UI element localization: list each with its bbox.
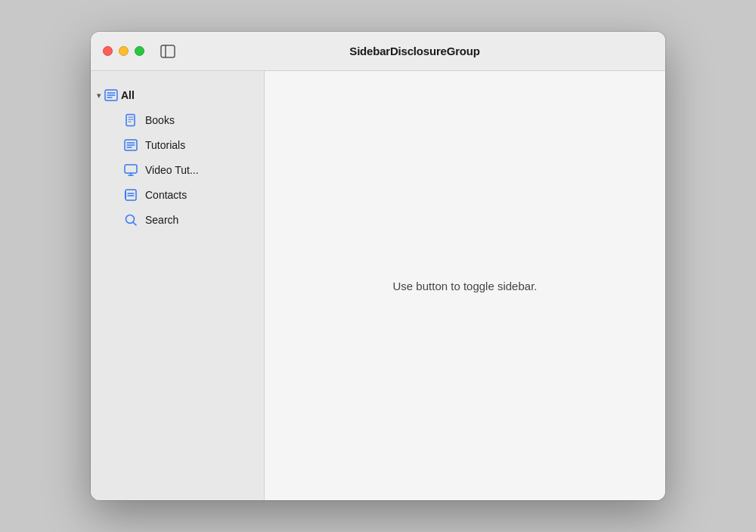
sidebar-sub-items: Books Tutorials (103, 108, 264, 232)
sidebar-item-contacts[interactable]: Contacts (109, 183, 258, 207)
sidebar-item-tutorials-label: Tutorials (145, 139, 185, 151)
sidebar-item-books[interactable]: Books (109, 108, 258, 132)
sidebar-item-search-label: Search (145, 214, 178, 226)
main-message: Use button to toggle sidebar. (393, 280, 538, 292)
maximize-button[interactable] (135, 46, 144, 56)
sidebar-toggle-button[interactable] (160, 43, 176, 60)
monitor-icon (124, 163, 138, 177)
sidebar-item-books-label: Books (145, 114, 175, 126)
sidebar-item-contacts-label: Contacts (145, 189, 187, 201)
sidebar: ▾ All (91, 71, 265, 500)
search-icon (124, 213, 138, 227)
sidebar-item-tutorials[interactable]: Tutorials (109, 133, 258, 157)
sidebar-all-label: All (121, 89, 135, 101)
close-button[interactable] (103, 46, 113, 56)
sidebar-item-search[interactable]: Search (109, 208, 258, 232)
svg-point-21 (126, 215, 135, 224)
traffic-lights (103, 46, 144, 56)
sidebar-item-video-tutorials[interactable]: Video Tut... (109, 158, 258, 182)
book-icon (124, 113, 138, 127)
svg-rect-0 (161, 45, 175, 57)
app-window: SidebarDisclosureGroup ▾ All (91, 32, 665, 500)
window-title: SidebarDisclosureGroup (349, 45, 479, 57)
svg-rect-14 (125, 165, 137, 173)
content-area: ▾ All (91, 71, 665, 500)
titlebar: SidebarDisclosureGroup (91, 32, 665, 71)
svg-rect-6 (126, 115, 135, 126)
sidebar-item-video-tutorials-label: Video Tut... (145, 164, 199, 176)
tutorials-icon (124, 138, 138, 152)
all-list-icon (104, 88, 118, 102)
title-area: SidebarDisclosureGroup (176, 45, 653, 57)
minimize-button[interactable] (119, 46, 129, 56)
sidebar-section-all[interactable]: ▾ All (97, 83, 258, 107)
chevron-down-icon: ▾ (97, 91, 101, 101)
contacts-icon (124, 188, 138, 202)
svg-line-22 (134, 223, 137, 226)
main-content: Use button to toggle sidebar. (265, 71, 665, 500)
svg-rect-17 (125, 190, 136, 200)
